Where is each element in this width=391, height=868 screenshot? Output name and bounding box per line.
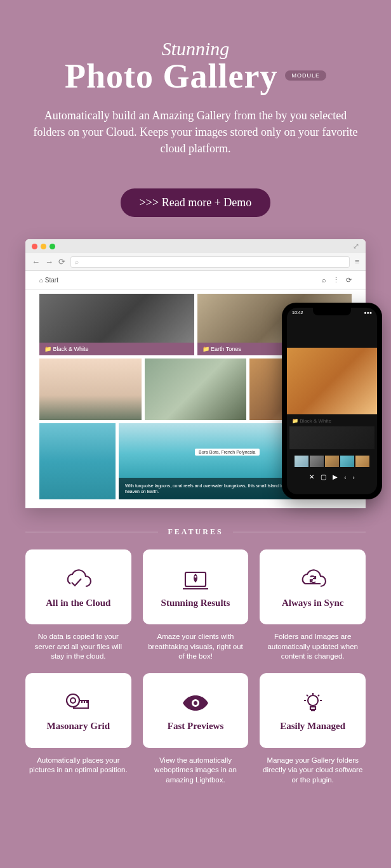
svg-point-3	[70, 698, 76, 703]
cloud-sync-icon	[298, 567, 328, 593]
browser-titlebar: ⤢	[25, 239, 366, 253]
menu-icon: ≡	[355, 257, 359, 267]
window-maximize-icon	[50, 244, 55, 249]
svg-point-5	[194, 701, 197, 705]
phone-controls: ✕ ▢ ▶ ‹ ›	[287, 471, 377, 483]
phone-main-image	[287, 348, 377, 414]
read-more-button[interactable]: >>> Read more + Demo	[121, 188, 271, 217]
search-icon: ⌕	[322, 276, 326, 284]
module-badge: MODULE	[285, 70, 326, 81]
feature-title: All in the Cloud	[46, 598, 110, 608]
feature-card: Stunning Results Amaze your clients with…	[143, 549, 249, 662]
feature-card: Fast Previews View the automatically web…	[143, 673, 249, 786]
feature-card: Easily Managed Manage your Gallery folde…	[260, 673, 366, 786]
prev-icon: ‹	[344, 473, 346, 480]
refresh-icon: ⟳	[346, 276, 352, 284]
featured-location-pill: Bora Bora, French Polynesia	[195, 449, 260, 456]
feature-title: Masonary Grid	[47, 721, 110, 732]
feature-title: Stunning Results	[161, 598, 230, 608]
feature-desc: View the automatically weboptimes images…	[143, 756, 249, 786]
lightbulb-icon	[298, 690, 328, 716]
feature-title: Fast Previews	[168, 721, 223, 732]
more-icon: ⋮	[333, 276, 340, 284]
laptop-rocket-icon	[180, 567, 211, 593]
phone-time: 10:42	[292, 310, 303, 315]
next-icon: ›	[353, 473, 355, 480]
features-heading: FEATURES	[168, 527, 223, 537]
expand-icon: ⤢	[353, 242, 359, 251]
phone-signal-icon: ●●●	[364, 310, 372, 315]
browser-url-bar: ← → ⟳ ⌕ ≡	[25, 253, 366, 271]
tile-caption: 📁 Black & White	[39, 343, 194, 355]
play-icon: ▶	[333, 473, 338, 480]
feature-desc: Folders and Images are automatically upd…	[260, 632, 366, 662]
feature-desc: Automatically places your pictures in an…	[25, 756, 131, 775]
feature-desc: Amaze your clients with breathtaking vis…	[143, 632, 249, 662]
url-input: ⌕	[70, 256, 350, 268]
phone-mockup: 10:42 ●●● 📁 Black & White ✕ ▢ ▶ ‹ ›	[282, 303, 382, 499]
hero-title: Photo Gallery	[65, 56, 277, 96]
breadcrumb: ⌂ Start	[39, 277, 58, 284]
feature-card: All in the Cloud No data is copied to yo…	[25, 549, 131, 662]
window-close-icon	[32, 244, 37, 249]
reload-icon: ⟳	[58, 257, 65, 267]
feature-desc: Manage your Gallery folders directly via…	[260, 756, 366, 786]
svg-point-1	[194, 575, 196, 577]
svg-point-2	[67, 694, 79, 707]
gallery-toolbar: ⌂ Start ⌕ ⋮ ⟳	[25, 271, 366, 290]
gallery-tile	[39, 423, 116, 499]
svg-point-6	[308, 695, 318, 706]
gallery-tile: 📁 Black & White	[39, 294, 194, 355]
close-icon: ✕	[309, 473, 314, 480]
tape-measure-icon	[63, 690, 93, 716]
eye-icon	[180, 690, 211, 716]
phone-thumbnails	[287, 452, 377, 471]
window-minimize-icon	[41, 244, 46, 249]
feature-title: Always in Sync	[282, 598, 344, 608]
gallery-tile	[39, 358, 142, 420]
hero-description: Automatically build an Amazing Gallery f…	[30, 107, 361, 157]
fullscreen-icon: ▢	[321, 473, 326, 480]
feature-desc: No data is copied to your server and all…	[25, 632, 131, 662]
back-icon: ←	[32, 257, 40, 267]
feature-title: Easily Managed	[280, 721, 345, 732]
feature-card: Always in Sync Folders and Images are au…	[260, 549, 366, 662]
cloud-check-icon	[63, 567, 93, 593]
gallery-tile	[145, 358, 247, 420]
feature-card: Masonary Grid Automatically places your …	[25, 673, 131, 786]
forward-icon: →	[45, 257, 53, 267]
phone-gallery-title: 📁 Black & White	[287, 414, 377, 424]
